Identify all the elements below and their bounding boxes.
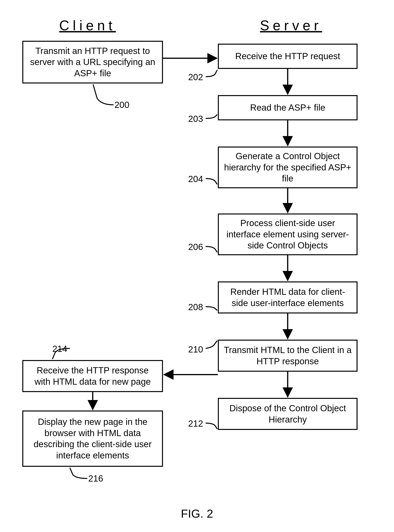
box-214: Receive the HTTP response with HTML data… [22,360,163,392]
leader-202 [206,70,217,77]
ref-208: 208 [188,302,203,312]
leader-212 [206,423,217,429]
leader-204 [206,178,217,184]
box-208: Render HTML data for client-side user-in… [218,282,358,313]
diagram-page: Client Server Transmit an HTTP request t… [0,0,394,532]
ref-203: 203 [188,114,203,124]
leader-203 [206,115,217,118]
leader-216 [70,468,87,478]
ref-204: 204 [188,174,203,184]
server-header: Server [260,17,322,33]
leader-210 [206,341,217,348]
box-203: Read the ASP+ file [218,95,358,120]
leader-206 [206,246,217,252]
box-210: Transmit HTML to the Client in a HTTP re… [218,340,358,372]
ref-202: 202 [188,72,203,82]
box-206: Process client-side user interface eleme… [218,214,358,255]
ref-210: 210 [188,344,203,355]
figure-caption: FIG. 2 [181,507,213,520]
leader-208 [206,307,217,311]
box-216: Display the new page in the browser with… [22,411,163,467]
box-212: Dispose of the Control Object Hierarchy [218,398,358,430]
ref-216: 216 [88,473,103,484]
box-202: Receive the HTTP request [218,44,358,69]
ref-212: 212 [188,418,203,429]
leader-200 [93,84,114,105]
ref-214: 214 [52,344,67,354]
box-204: Generate a Control Object hierarchy for … [218,146,358,188]
client-header: Client [59,17,116,33]
ref-200: 200 [114,99,130,110]
box-200: Transmit an HTTP request to server with … [22,41,163,83]
ref-206: 206 [188,242,203,252]
